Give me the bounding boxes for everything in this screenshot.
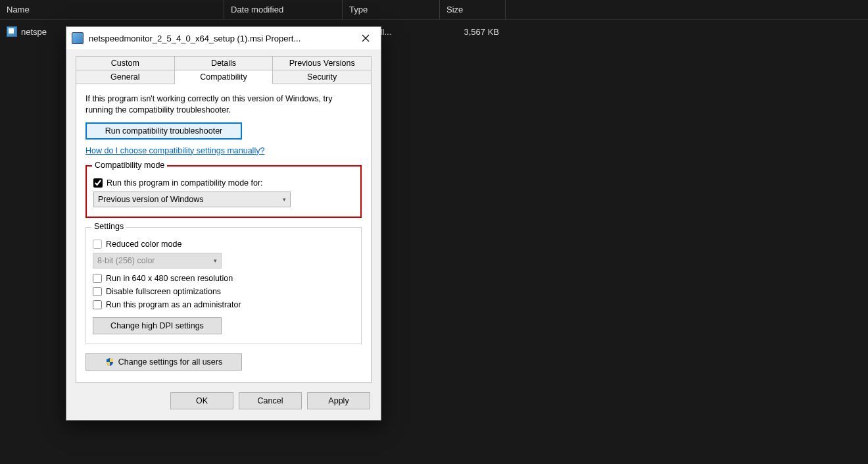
reduced-color-row[interactable]: Reduced color mode — [93, 240, 354, 249]
tab-custom[interactable]: Custom — [76, 56, 175, 70]
help-text: If this program isn't working correctly … — [85, 93, 362, 116]
high-dpi-button[interactable]: Change high DPI settings — [93, 317, 222, 334]
chevron-down-icon: ▾ — [283, 196, 286, 203]
tab-compatibility[interactable]: Compatibility — [175, 70, 274, 84]
column-header-name[interactable]: Name — [0, 0, 224, 19]
compat-mode-checkbox-label: Run this program in compatibility mode f… — [107, 178, 263, 188]
tab-security[interactable]: Security — [273, 70, 372, 84]
installer-icon — [7, 26, 17, 37]
tab-previous-versions[interactable]: Previous Versions — [273, 56, 372, 70]
group-legend-compat: Compatibility mode — [92, 161, 167, 170]
shield-icon — [105, 357, 114, 367]
compat-mode-checkbox[interactable] — [93, 178, 103, 188]
column-header-date[interactable]: Date modified — [224, 0, 343, 19]
close-icon — [362, 34, 370, 42]
apply-button[interactable]: Apply — [307, 392, 370, 409]
settings-group: Settings Reduced color mode 8-bit (256) … — [85, 227, 362, 344]
change-all-users-button[interactable]: Change settings for all users — [85, 353, 242, 371]
help-link[interactable]: How do I choose compatibility settings m… — [85, 146, 264, 155]
color-mode-select: 8-bit (256) color ▾ — [93, 253, 222, 269]
installer-icon — [72, 32, 84, 44]
column-header-type[interactable]: Type — [343, 0, 440, 19]
dialog-button-row: OK Cancel Apply — [66, 383, 381, 420]
group-legend-settings: Settings — [91, 222, 126, 231]
color-mode-select-value: 8-bit (256) color — [97, 256, 155, 265]
compat-mode-select-value: Previous version of Windows — [98, 195, 203, 204]
tab-general[interactable]: General — [76, 70, 175, 84]
column-header-size[interactable]: Size — [440, 0, 506, 19]
dialog-titlebar[interactable]: netspeedmonitor_2_5_4_0_x64_setup (1).ms… — [66, 27, 381, 49]
run-admin-row[interactable]: Run this program as an administrator — [93, 300, 354, 309]
dialog-title: netspeedmonitor_2_5_4_0_x64_setup (1).ms… — [89, 34, 350, 43]
reduced-color-label: Reduced color mode — [106, 240, 181, 249]
run-admin-checkbox[interactable] — [93, 300, 102, 309]
run-admin-label: Run this program as an administrator — [106, 300, 241, 309]
close-button[interactable] — [350, 27, 381, 49]
chevron-down-icon: ▾ — [214, 257, 217, 264]
file-size: 3,567 KB — [440, 27, 506, 37]
run-640-label: Run in 640 x 480 screen resolution — [106, 274, 233, 283]
change-all-users-label: Change settings for all users — [118, 357, 222, 367]
explorer-column-headers: Name Date modified Type Size — [0, 0, 868, 20]
run-troubleshooter-button[interactable]: Run compatibility troubleshooter — [85, 122, 242, 140]
file-name: netspe — [21, 27, 47, 37]
compat-mode-checkbox-row[interactable]: Run this program in compatibility mode f… — [93, 178, 354, 188]
run-640-checkbox[interactable] — [93, 274, 102, 283]
compat-mode-select[interactable]: Previous version of Windows ▾ — [93, 192, 291, 207]
compatibility-panel: If this program isn't working correctly … — [76, 84, 372, 383]
properties-dialog: netspeedmonitor_2_5_4_0_x64_setup (1).ms… — [66, 26, 381, 421]
reduced-color-checkbox[interactable] — [93, 240, 102, 249]
disable-fullscreen-label: Disable fullscreen optimizations — [106, 287, 221, 296]
cancel-button[interactable]: Cancel — [239, 392, 302, 409]
tab-details[interactable]: Details — [175, 56, 274, 70]
compatibility-mode-group: Compatibility mode Run this program in c… — [85, 165, 362, 218]
run-640-row[interactable]: Run in 640 x 480 screen resolution — [93, 274, 354, 283]
ok-button[interactable]: OK — [170, 392, 233, 409]
disable-fullscreen-row[interactable]: Disable fullscreen optimizations — [93, 287, 354, 296]
disable-fullscreen-checkbox[interactable] — [93, 287, 102, 296]
